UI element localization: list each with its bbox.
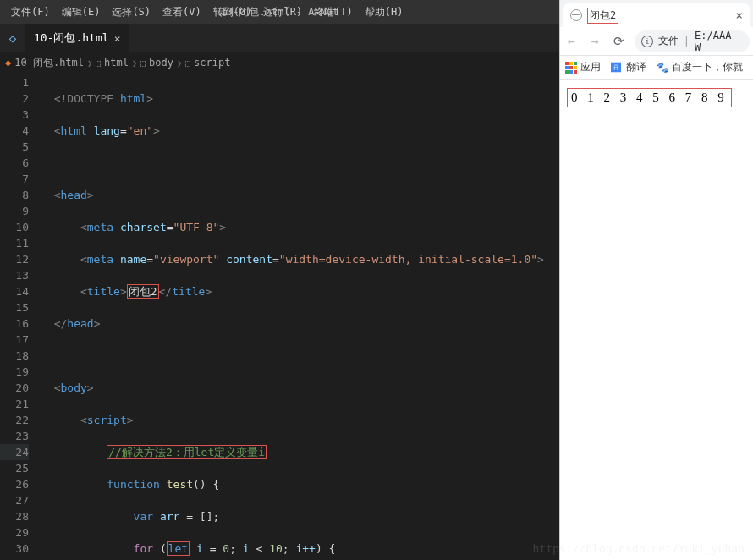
browser-tab[interactable]: 闭包2 × [563,3,750,27]
address-bar[interactable]: i 文件 | E:/AAA-W [635,30,750,52]
bookmarks-bar: 应用 🅰 翻译 🐾 百度一下，你就 [560,56,753,80]
chevron-right-icon: ❯ [132,58,137,68]
tag-icon: ⬚ [185,58,190,68]
menu-view[interactable]: 查看(V) [157,5,207,19]
code-area[interactable]: 1234567891011121314151617181920212223242… [0,73,559,560]
back-button[interactable]: ← [563,34,579,49]
breadcrumbs[interactable]: ◆ 10-闭包.html ❯ ⬚ html ❯ ⬚ body ❯ ⬚ scrip… [0,52,559,73]
tag-icon: ⬚ [140,58,146,68]
tab-file[interactable]: 10-闭包.html × [25,24,129,52]
breadcrumb-body[interactable]: body [149,57,173,69]
reload-button[interactable]: ⟳ [611,34,626,49]
apps-icon [565,62,577,74]
translate-icon: 🅰 [611,62,623,74]
info-icon[interactable]: i [641,36,653,47]
tab-bar: ◇ 10-闭包.html × [0,24,559,52]
browser-tabbar: 闭包2 × [560,0,753,27]
menu-help[interactable]: 帮助(H) [359,5,409,19]
line-gutter: 1234567891011121314151617181920212223242… [0,73,41,560]
file-icon: ◆ [5,57,11,69]
close-icon[interactable]: × [114,32,121,45]
menu-bar: 文件(F) 编辑(E) 选择(S) 查看(V) 转到(G) 运行(R) 终端(T… [0,0,559,24]
address-label: 文件 [658,34,679,48]
code-content[interactable]: <!DOCTYPE html> <html lang="en"> <head> … [41,73,559,560]
browser-tab-title: 闭包2 [587,8,618,24]
tag-icon: ⬚ [96,58,101,68]
browser-pane: 闭包2 × ← → ⟳ i 文件 | E:/AAA-W 应用 🅰 翻译 🐾 百度… [559,0,753,560]
baidu-icon: 🐾 [657,62,668,74]
bookmark-translate[interactable]: 🅰 翻译 [611,60,646,74]
window-title: 10-闭包.html - A-Not [221,5,339,19]
menu-file[interactable]: 文件(F) [5,5,56,19]
menu-select[interactable]: 选择(S) [106,5,157,19]
breadcrumb-script[interactable]: script [194,57,230,69]
tab-label: 10-闭包.html [34,30,109,46]
browser-toolbar: ← → ⟳ i 文件 | E:/AAA-W [560,27,753,56]
file-icon: ◇ [0,31,25,45]
breadcrumb-html[interactable]: html [104,57,129,69]
forward-button[interactable]: → [587,34,602,49]
chevron-right-icon: ❯ [177,58,182,68]
page-output: 0 1 2 3 4 5 6 7 8 9 [567,88,732,107]
close-icon[interactable]: × [736,8,743,22]
address-path: E:/AAA-W [695,30,743,52]
menu-edit[interactable]: 编辑(E) [56,5,107,19]
page-content: 0 1 2 3 4 5 6 7 8 9 [560,80,753,116]
editor-pane: 文件(F) 编辑(E) 选择(S) 查看(V) 转到(G) 运行(R) 终端(T… [0,0,559,560]
breadcrumb-file[interactable]: 10-闭包.html [14,56,84,70]
bookmark-apps[interactable]: 应用 [565,60,601,74]
bookmark-baidu[interactable]: 🐾 百度一下，你就 [657,60,743,74]
globe-icon [570,9,582,21]
chevron-right-icon: ❯ [87,58,92,68]
